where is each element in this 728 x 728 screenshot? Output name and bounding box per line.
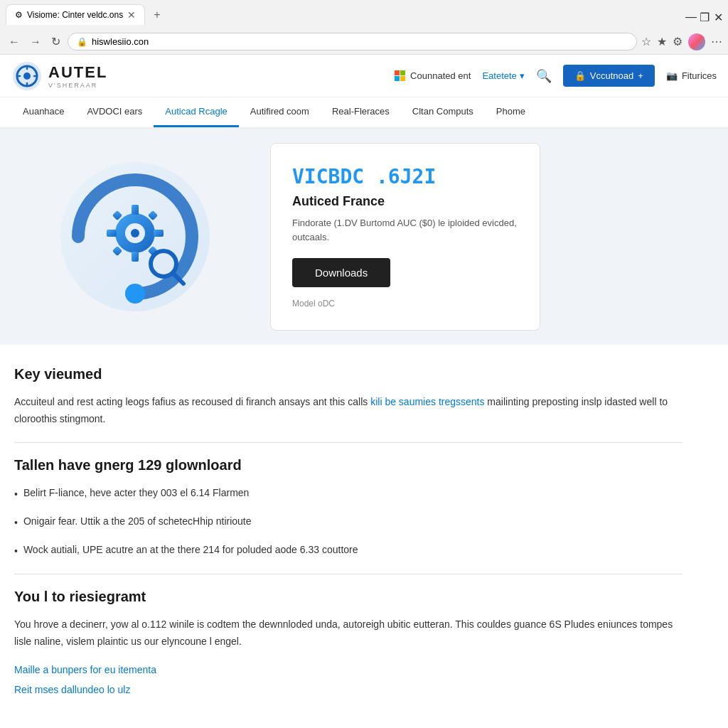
logo-sub-text: V'SHERAAR xyxy=(48,82,107,89)
chevron-down-icon: ▾ xyxy=(520,70,525,81)
requirement-section-title: You l to riesiegramt xyxy=(14,589,682,605)
back-button[interactable]: ← xyxy=(6,33,23,51)
key-features-title: Key vieumed xyxy=(14,366,682,382)
logo-main-text: AUTEL xyxy=(48,63,107,82)
refresh-button[interactable]: ↻ xyxy=(48,32,63,51)
tab-title: Visiome: Cinter veldc.ons xyxy=(27,10,123,20)
feature-item-3: Wock autiali, UPE acutre an at the there… xyxy=(23,542,358,557)
settings-button[interactable]: ⚙ xyxy=(673,35,682,48)
nav-item-auanhace[interactable]: Auanhace xyxy=(11,97,76,127)
enterprise-link[interactable]: Eatetete ▾ xyxy=(482,70,524,81)
camera-icon: 📷 xyxy=(666,70,678,81)
logo-icon xyxy=(11,60,43,92)
product-name: Auticed France xyxy=(292,194,518,209)
minimize-button[interactable]: — xyxy=(685,11,694,19)
requirement-text: You hrove a decinerr, yow al o.112 winil… xyxy=(14,616,682,651)
browser-addressbar: ← → ↻ 🔒 hiswlesiio.con ☆ ★ ⚙ ⋯ xyxy=(0,29,728,54)
address-bar-container[interactable]: 🔒 hiswlesiio.con xyxy=(68,33,637,50)
svg-rect-11 xyxy=(154,230,164,237)
star-button[interactable]: ☆ xyxy=(641,35,651,48)
tab-close-button[interactable]: ✕ xyxy=(127,9,136,21)
svg-point-4 xyxy=(125,284,145,304)
top-nav: Auanhace AVDOCI ears Auticad Rcagle Auti… xyxy=(0,97,728,129)
divider-2 xyxy=(14,574,682,574)
connected-enterprise: Counnated ent xyxy=(395,70,471,82)
nav-item-phome[interactable]: Phome xyxy=(485,97,537,127)
product-image-area xyxy=(28,144,242,329)
window-controls: — ❐ ✕ xyxy=(685,11,722,19)
features-section-title: Tallen have gnerg 129 glownloard xyxy=(14,457,682,473)
list-item: • Onigair fear. Uttik a the 205 of schet… xyxy=(14,513,682,530)
profile-avatar[interactable] xyxy=(688,33,705,50)
svg-rect-10 xyxy=(107,230,117,237)
nav-item-avdoci[interactable]: AVDOCI ears xyxy=(76,97,154,127)
nav-item-real[interactable]: Real-Fleraces xyxy=(321,97,401,127)
svg-point-7 xyxy=(131,229,139,237)
new-tab-button[interactable]: + xyxy=(148,6,166,24)
site-logo: AUTEL V'SHERAAR xyxy=(11,60,107,92)
model-info: Model oDC xyxy=(292,299,518,309)
svg-point-2 xyxy=(23,73,31,80)
nav-item-cltan[interactable]: Cltan Computs xyxy=(401,97,485,127)
feature-item-2: Onigair fear. Uttik a the 205 of schetec… xyxy=(23,513,252,529)
product-version: VICBDC .6J2I xyxy=(292,165,518,188)
url-input[interactable]: hiswlesiio.con xyxy=(92,36,628,47)
nav-item-auticad[interactable]: Auticad Rcagle xyxy=(154,97,238,127)
site-header: AUTEL V'SHERAAR Counnated ent Eatetete ▾… xyxy=(0,55,728,97)
futures-button[interactable]: 📷 Fiturices xyxy=(666,70,717,81)
main-content: Key vieumed Accuiteul and rest acting le… xyxy=(0,345,697,725)
tab-favicon: ⚙ xyxy=(15,10,23,20)
product-card: VICBDC .6J2I Auticed France Findorate (1… xyxy=(270,143,540,331)
collections-button[interactable]: ★ xyxy=(657,35,667,48)
download-button[interactable]: 🔒 Vccutnoad + xyxy=(563,65,655,87)
svg-rect-9 xyxy=(132,252,139,262)
menu-button[interactable]: ⋯ xyxy=(711,35,722,48)
model-label: Model oDC xyxy=(292,299,335,309)
site-header-right: Counnated ent Eatetete ▾ 🔍 🔒 Vccutnoad +… xyxy=(395,65,717,87)
browser-actions: ☆ ★ ⚙ ⋯ xyxy=(641,33,722,50)
plus-icon: + xyxy=(638,70,643,81)
microsoft-icon xyxy=(395,70,406,82)
browser-titlebar: ⚙ Visiome: Cinter veldc.ons ✕ + — ❐ ✕ xyxy=(0,0,728,29)
logo-text-block: AUTEL V'SHERAAR xyxy=(48,63,107,89)
bullet-icon: • xyxy=(14,543,18,559)
browser-tab[interactable]: ⚙ Visiome: Cinter veldc.ons ✕ xyxy=(6,4,145,25)
nav-item-autifired[interactable]: Autifired coom xyxy=(239,97,321,127)
divider-1 xyxy=(14,442,682,443)
close-button[interactable]: ✕ xyxy=(714,11,722,19)
list-item: • Belirt F-liance, heve acter they 003 e… xyxy=(14,485,682,502)
product-hero: VICBDC .6J2I Auticed France Findorate (1… xyxy=(0,129,728,345)
key-features-link[interactable]: kili be saumies tregssents xyxy=(370,396,484,407)
browser-chrome: ⚙ Visiome: Cinter veldc.ons ✕ + — ❐ ✕ ← … xyxy=(0,0,728,55)
footer-link-1[interactable]: Maille a bunpers for eu itementa xyxy=(14,664,682,675)
svg-rect-8 xyxy=(132,205,139,215)
downloads-button[interactable]: Downloads xyxy=(292,258,390,287)
lock-icon: 🔒 xyxy=(77,37,87,47)
list-item: • Wock autiali, UPE acutre an at the the… xyxy=(14,542,682,559)
features-list-section: Tallen have gnerg 129 glownloard • Belir… xyxy=(14,457,682,560)
bullet-icon: • xyxy=(14,486,18,502)
forward-button[interactable]: → xyxy=(27,33,44,51)
footer-link-2[interactable]: Reit mses dallundeo lo ulz xyxy=(14,684,682,695)
product-description: Findorate (1.DV Burtomd AUC ($0) le iplo… xyxy=(292,216,518,244)
connected-label: Counnated ent xyxy=(410,70,471,81)
lock-download-icon: 🔒 xyxy=(574,70,586,81)
bullet-icon: • xyxy=(14,515,18,530)
restore-button[interactable]: ❐ xyxy=(700,11,708,19)
search-button[interactable]: 🔍 xyxy=(536,68,552,84)
key-features-text: Accuiteul and rest acting leogs fafius a… xyxy=(14,394,682,428)
feature-item-1: Belirt F-liance, heve acter they 003 el … xyxy=(23,485,250,500)
